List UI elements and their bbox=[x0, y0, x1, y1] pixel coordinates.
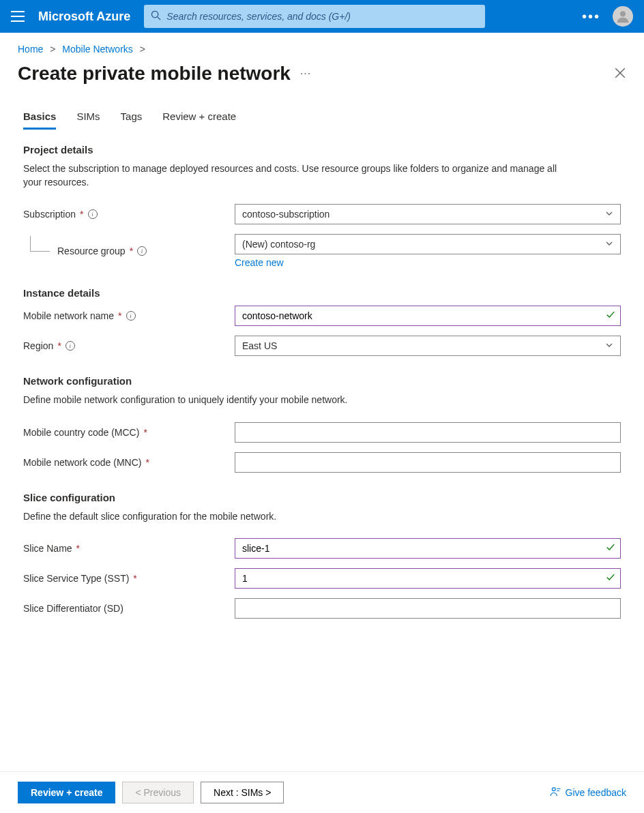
info-icon[interactable]: i bbox=[88, 209, 98, 219]
subscription-label: Subscription * i bbox=[23, 209, 235, 220]
section-network-configuration: Network configuration Define mobile netw… bbox=[23, 375, 621, 473]
info-icon[interactable]: i bbox=[65, 341, 75, 351]
region-select[interactable]: East US bbox=[235, 336, 621, 356]
page-title: Create private mobile network bbox=[18, 63, 291, 85]
tab-review-create[interactable]: Review + create bbox=[162, 105, 236, 129]
mnc-label: Mobile network code (MNC) * bbox=[23, 457, 235, 468]
sst-label: Slice Service Type (SST) * bbox=[23, 573, 235, 584]
required-marker: * bbox=[130, 246, 133, 256]
breadcrumb: Home > Mobile Networks > bbox=[0, 33, 644, 60]
required-marker: * bbox=[146, 457, 149, 468]
more-menu-icon[interactable]: ••• bbox=[582, 9, 600, 25]
network-configuration-heading: Network configuration bbox=[23, 375, 621, 387]
chevron-right-icon: > bbox=[50, 44, 55, 55]
chevron-down-icon bbox=[605, 209, 613, 220]
required-marker: * bbox=[118, 310, 121, 321]
form-body: Project details Select the subscription … bbox=[0, 129, 644, 645]
section-project-details: Project details Select the subscription … bbox=[23, 144, 621, 268]
section-slice-configuration: Slice configuration Define the default s… bbox=[23, 492, 621, 619]
tab-bar: Basics SIMs Tags Review + create bbox=[0, 105, 644, 129]
search-input[interactable] bbox=[166, 5, 478, 28]
slice-configuration-desc: Define the default slice configuration f… bbox=[23, 510, 576, 524]
resource-group-select[interactable]: (New) contoso-rg bbox=[235, 234, 621, 254]
network-configuration-desc: Define mobile network configuration to u… bbox=[23, 394, 576, 407]
sst-input[interactable] bbox=[235, 568, 621, 589]
chevron-right-icon: > bbox=[140, 44, 145, 55]
svg-point-3 bbox=[552, 787, 555, 790]
mcc-label: Mobile country code (MCC) * bbox=[23, 427, 235, 438]
chevron-down-icon bbox=[605, 340, 613, 351]
tab-sims[interactable]: SIMs bbox=[76, 105, 100, 129]
slice-configuration-heading: Slice configuration bbox=[23, 492, 621, 503]
required-marker: * bbox=[80, 209, 83, 220]
resource-group-label: Resource group * i bbox=[23, 246, 235, 256]
tab-tags[interactable]: Tags bbox=[121, 105, 143, 129]
mobile-network-name-label: Mobile network name * i bbox=[23, 310, 235, 321]
title-more-icon[interactable]: ··· bbox=[300, 68, 311, 80]
slice-name-input[interactable] bbox=[235, 538, 621, 559]
mobile-network-name-input[interactable] bbox=[235, 306, 621, 326]
svg-point-2 bbox=[620, 11, 626, 16]
svg-point-0 bbox=[152, 11, 158, 17]
sd-label: Slice Differentiator (SD) bbox=[23, 603, 235, 614]
next-button[interactable]: Next : SIMs > bbox=[201, 782, 284, 803]
breadcrumb-mobile-networks[interactable]: Mobile Networks bbox=[62, 44, 132, 55]
required-marker: * bbox=[76, 543, 80, 554]
subscription-select[interactable]: contoso-subscription bbox=[235, 204, 621, 224]
search-icon bbox=[151, 10, 161, 23]
previous-button: < Previous bbox=[122, 782, 194, 803]
global-search[interactable] bbox=[144, 5, 485, 28]
breadcrumb-home[interactable]: Home bbox=[18, 44, 43, 55]
info-icon[interactable]: i bbox=[137, 246, 147, 256]
title-row: Create private mobile network ··· bbox=[0, 60, 644, 105]
give-feedback-link[interactable]: Give feedback bbox=[549, 786, 627, 800]
project-details-heading: Project details bbox=[23, 144, 621, 156]
tab-basics[interactable]: Basics bbox=[23, 105, 56, 129]
info-icon[interactable]: i bbox=[126, 311, 136, 321]
hamburger-menu-icon[interactable] bbox=[11, 11, 25, 22]
create-new-link[interactable]: Create new bbox=[235, 257, 284, 268]
svg-line-1 bbox=[158, 17, 160, 20]
top-bar: Microsoft Azure ••• bbox=[0, 0, 644, 33]
feedback-icon bbox=[549, 786, 561, 800]
chevron-down-icon bbox=[605, 239, 613, 250]
brand-label: Microsoft Azure bbox=[38, 10, 130, 24]
instance-details-heading: Instance details bbox=[23, 287, 621, 299]
mnc-input[interactable] bbox=[235, 452, 621, 473]
project-details-desc: Select the subscription to manage deploy… bbox=[23, 162, 576, 189]
wizard-footer: Review + create < Previous Next : SIMs >… bbox=[0, 771, 644, 813]
required-marker: * bbox=[143, 427, 147, 438]
mcc-input[interactable] bbox=[235, 422, 621, 443]
required-marker: * bbox=[133, 573, 136, 584]
sd-input[interactable] bbox=[235, 598, 621, 619]
region-label: Region * i bbox=[23, 340, 235, 351]
slice-name-label: Slice Name * bbox=[23, 543, 235, 554]
close-icon[interactable] bbox=[614, 67, 626, 81]
review-create-button[interactable]: Review + create bbox=[18, 782, 115, 803]
section-instance-details: Instance details Mobile network name * i… bbox=[23, 287, 621, 356]
user-avatar[interactable] bbox=[613, 6, 633, 27]
required-marker: * bbox=[57, 340, 61, 351]
